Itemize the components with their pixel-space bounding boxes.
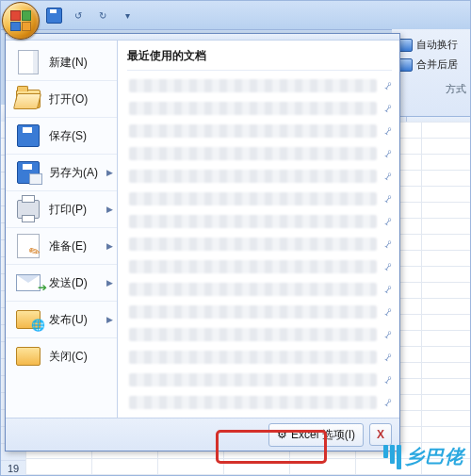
recent-document-name [129, 79, 377, 92]
merge-center-button[interactable]: 合并后居 [396, 55, 466, 74]
recent-documents-list: ⟟⟟⟟⟟⟟⟟⟟⟟⟟⟟⟟⟟⟟⟟⟟⟟⟟ [127, 71, 392, 418]
page-icon [15, 49, 41, 75]
menu-item-label: 关闭(C) [49, 349, 88, 365]
recent-document-item[interactable]: ⟟ [127, 233, 392, 255]
print-icon [15, 196, 41, 222]
recent-document-name [129, 328, 377, 341]
office-logo-icon [10, 10, 31, 31]
ribbon-group-label: 方式 [446, 82, 466, 96]
watermark-text: 乡巴佬 [405, 444, 464, 469]
pin-icon[interactable]: ⟟ [382, 328, 393, 341]
recent-document-item[interactable]: ⟟ [127, 188, 392, 210]
pin-icon[interactable]: ⟟ [382, 102, 393, 115]
recent-document-name [129, 102, 377, 115]
menu-item-folder-open[interactable]: 打开(O) [6, 80, 117, 117]
options-icon: ⚙ [277, 428, 287, 441]
excel-options-label: Excel 选项(I) [291, 427, 355, 443]
pin-icon[interactable]: ⟟ [382, 283, 393, 296]
folder-open-icon [15, 86, 41, 112]
ribbon-alignment-group: 自动换行 合并后居 方式 [392, 29, 470, 117]
recent-document-name [129, 260, 377, 273]
menu-item-page[interactable]: 新建(N) [6, 44, 117, 80]
submenu-chevron-icon: ▶ [106, 168, 113, 177]
pin-icon[interactable]: ⟟ [382, 215, 393, 228]
prep-icon [15, 233, 41, 259]
send-icon [15, 270, 41, 296]
menu-item-label: 准备(E) [49, 238, 87, 254]
submenu-chevron-icon: ▶ [106, 315, 113, 324]
menu-item-print[interactable]: 打印(P)▶ [6, 190, 117, 227]
watermark: 乡巴佬 [383, 444, 464, 469]
recent-document-item[interactable]: ⟟ [127, 97, 392, 120]
qat-save-button[interactable] [44, 6, 63, 25]
office-menu: 新建(N)打开(O)保存(S)另存为(A)▶打印(P)▶准备(E)▶发送(D)▶… [5, 33, 400, 451]
recent-document-name [129, 305, 377, 319]
recent-document-item[interactable]: ⟟ [127, 255, 392, 278]
pin-icon[interactable]: ⟟ [382, 373, 393, 386]
recent-document-item[interactable]: ⟟ [127, 301, 392, 323]
recent-document-name [129, 238, 377, 251]
pin-icon[interactable]: ⟟ [382, 305, 393, 319]
recent-document-name [129, 373, 377, 386]
recent-document-item[interactable]: ⟟ [127, 278, 392, 301]
recent-document-item[interactable]: ⟟ [127, 346, 392, 369]
menu-item-label: 发送(D) [49, 275, 88, 291]
recent-document-item[interactable]: ⟟ [127, 323, 392, 346]
pin-icon[interactable]: ⟟ [382, 351, 393, 364]
recent-document-name [129, 147, 377, 160]
recent-document-item[interactable]: ⟟ [127, 120, 392, 142]
office-button[interactable] [2, 2, 40, 40]
recent-documents-title: 最近使用的文档 [127, 46, 392, 71]
submenu-chevron-icon: ▶ [106, 205, 113, 214]
menu-item-send[interactable]: 发送(D)▶ [6, 264, 117, 301]
pin-icon[interactable]: ⟟ [382, 238, 393, 251]
recent-documents-panel: 最近使用的文档 ⟟⟟⟟⟟⟟⟟⟟⟟⟟⟟⟟⟟⟟⟟⟟⟟⟟ [118, 41, 399, 418]
recent-document-item[interactable]: ⟟ [127, 142, 392, 165]
menu-item-label: 发布(U) [49, 312, 88, 328]
menu-item-label: 另存为(A) [49, 165, 98, 181]
menu-item-disk[interactable]: 保存(S) [6, 117, 117, 154]
pin-icon[interactable]: ⟟ [382, 170, 393, 183]
row-header[interactable]: 19 [1, 461, 25, 476]
recent-document-name [129, 124, 377, 138]
menu-item-prep[interactable]: 准备(E)▶ [6, 227, 117, 264]
pin-icon[interactable]: ⟟ [382, 79, 393, 92]
pin-icon[interactable]: ⟟ [382, 192, 393, 205]
pin-icon[interactable]: ⟟ [382, 396, 393, 409]
wrap-text-button[interactable]: 自动换行 [396, 35, 466, 55]
menu-item-close[interactable]: 关闭(C) [6, 337, 117, 374]
menu-item-label: 打开(O) [49, 91, 88, 107]
excel-window: ↺ ↻ ▾ 自动换行 合并后居 方式 G 1920 新建(N)打开(O)保存(S… [0, 0, 471, 476]
title-bar: ↺ ↻ ▾ [1, 1, 470, 30]
recent-document-item[interactable]: ⟟ [127, 210, 392, 233]
recent-document-name [129, 192, 377, 205]
disk-icon [15, 123, 41, 149]
submenu-chevron-icon: ▶ [106, 241, 113, 251]
menu-item-label: 新建(N) [49, 55, 88, 71]
pin-icon[interactable]: ⟟ [382, 124, 393, 138]
pin-icon[interactable]: ⟟ [382, 260, 393, 273]
close-icon [15, 343, 41, 369]
recent-document-name [129, 396, 377, 409]
qat-customize-button[interactable]: ▾ [118, 6, 137, 25]
pin-icon[interactable]: ⟟ [382, 147, 393, 160]
qat-undo-button[interactable]: ↺ [69, 6, 88, 25]
submenu-chevron-icon: ▶ [106, 278, 113, 287]
menu-item-pub[interactable]: 发布(U)▶ [6, 301, 117, 337]
menu-item-label: 打印(P) [49, 202, 87, 218]
exit-excel-button[interactable]: X [369, 423, 392, 446]
recent-document-item[interactable]: ⟟ [127, 74, 392, 97]
recent-document-name [129, 351, 377, 364]
recent-document-item[interactable]: ⟟ [127, 165, 392, 188]
qat-redo-button[interactable]: ↻ [93, 6, 112, 25]
pub-icon [15, 306, 41, 333]
merge-center-label: 合并后居 [416, 57, 458, 72]
office-menu-footer: ⚙ Excel 选项(I) X [6, 418, 399, 451]
excel-options-button[interactable]: ⚙ Excel 选项(I) [268, 423, 364, 447]
wrap-text-label: 自动换行 [416, 38, 458, 52]
office-menu-commands: 新建(N)打开(O)保存(S)另存为(A)▶打印(P)▶准备(E)▶发送(D)▶… [6, 41, 118, 418]
recent-document-item[interactable]: ⟟ [127, 369, 392, 391]
menu-item-disk-alt[interactable]: 另存为(A)▶ [6, 154, 117, 190]
recent-document-item[interactable]: ⟟ [127, 391, 392, 414]
recent-document-name [129, 283, 377, 296]
